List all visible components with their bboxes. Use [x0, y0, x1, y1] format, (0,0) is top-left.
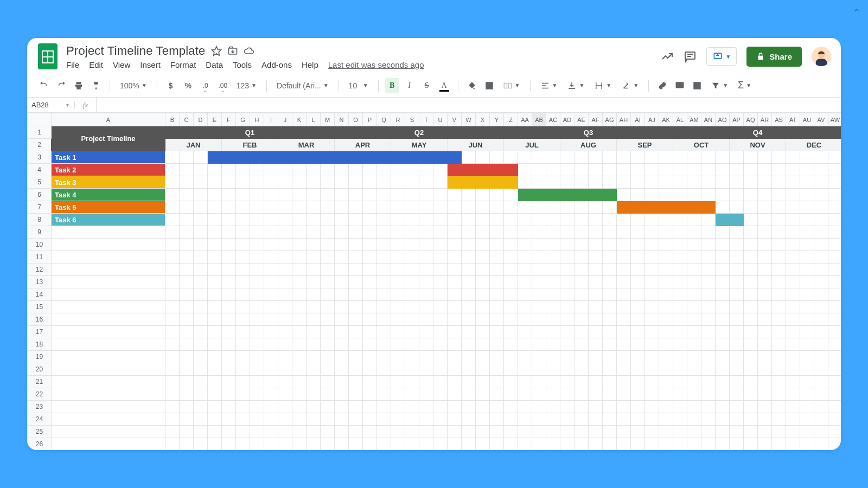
cell[interactable]	[194, 376, 208, 388]
insert-link-button[interactable]	[655, 78, 669, 93]
cell[interactable]	[504, 363, 518, 376]
cell[interactable]	[659, 214, 673, 226]
cell[interactable]	[659, 151, 673, 164]
cell[interactable]	[180, 214, 194, 226]
gantt-bar-cell[interactable]	[349, 151, 363, 164]
font-size-select[interactable]: 10▼	[346, 81, 372, 90]
cell[interactable]	[208, 276, 222, 288]
col-header[interactable]: L	[307, 113, 321, 126]
cell[interactable]	[701, 401, 716, 413]
cell[interactable]	[828, 251, 841, 264]
cell[interactable]	[659, 226, 673, 239]
cell[interactable]	[405, 226, 419, 239]
cell[interactable]	[278, 189, 292, 201]
cell[interactable]	[391, 189, 405, 201]
cell[interactable]	[208, 438, 222, 451]
cell[interactable]	[673, 288, 687, 301]
cell[interactable]	[377, 264, 391, 276]
cell[interactable]	[292, 338, 307, 351]
cell[interactable]	[208, 251, 222, 264]
cell[interactable]	[419, 251, 433, 264]
col-header[interactable]: AF	[589, 113, 603, 126]
gantt-bar-cell[interactable]	[433, 151, 448, 164]
col-header[interactable]: S	[405, 113, 419, 126]
cell[interactable]	[307, 401, 321, 413]
cell[interactable]	[786, 276, 800, 288]
cell[interactable]	[377, 176, 391, 189]
cell[interactable]	[828, 426, 841, 438]
cell[interactable]	[222, 363, 236, 376]
cell[interactable]	[222, 288, 236, 301]
cell[interactable]	[363, 251, 377, 264]
cell[interactable]	[603, 413, 617, 426]
cell[interactable]	[222, 239, 236, 251]
cell[interactable]	[335, 426, 349, 438]
cell[interactable]	[546, 363, 560, 376]
cell[interactable]	[758, 288, 772, 301]
cell[interactable]	[518, 301, 532, 313]
cell[interactable]	[462, 426, 476, 438]
cell[interactable]	[659, 401, 673, 413]
cell[interactable]	[701, 164, 716, 176]
cell[interactable]	[546, 214, 560, 226]
cell[interactable]	[518, 326, 532, 338]
cell[interactable]	[504, 201, 518, 214]
cell[interactable]	[786, 176, 800, 189]
cell[interactable]	[335, 376, 349, 388]
cell[interactable]	[278, 214, 292, 226]
present-button[interactable]: ▼	[706, 47, 737, 66]
cell[interactable]	[264, 313, 278, 326]
cell[interactable]	[321, 313, 335, 326]
format-currency-button[interactable]: $	[164, 78, 178, 93]
cell[interactable]	[363, 363, 377, 376]
cell[interactable]	[476, 326, 490, 338]
task-label[interactable]: Task 3	[52, 176, 165, 189]
gantt-bar-cell[interactable]	[335, 151, 349, 164]
cell[interactable]	[377, 413, 391, 426]
cell[interactable]	[321, 338, 335, 351]
row-header[interactable]: 8	[28, 214, 52, 226]
cell[interactable]	[278, 251, 292, 264]
cell[interactable]	[546, 276, 560, 288]
cell[interactable]	[744, 363, 758, 376]
cell[interactable]	[264, 363, 278, 376]
gantt-bar-cell[interactable]	[462, 164, 476, 176]
col-header[interactable]: C	[180, 113, 194, 126]
cell[interactable]	[278, 201, 292, 214]
cell[interactable]	[222, 176, 236, 189]
cell[interactable]	[236, 251, 250, 264]
cell[interactable]	[546, 151, 560, 164]
cell[interactable]	[772, 438, 786, 451]
cell[interactable]	[603, 239, 617, 251]
cell[interactable]	[560, 251, 575, 264]
cell[interactable]	[490, 413, 504, 426]
cell[interactable]	[603, 164, 617, 176]
cell[interactable]	[321, 326, 335, 338]
cell[interactable]	[772, 226, 786, 239]
cell[interactable]	[52, 301, 165, 313]
cell[interactable]	[222, 388, 236, 401]
cell[interactable]	[744, 151, 758, 164]
cell[interactable]	[575, 164, 589, 176]
cell[interactable]	[349, 288, 363, 301]
cell[interactable]	[194, 401, 208, 413]
cell[interactable]	[673, 438, 687, 451]
cell[interactable]	[716, 426, 730, 438]
cell[interactable]	[180, 326, 194, 338]
cell[interactable]	[363, 226, 377, 239]
cell[interactable]	[222, 438, 236, 451]
cell[interactable]	[631, 264, 645, 276]
cell[interactable]	[814, 351, 828, 363]
cell[interactable]	[589, 176, 603, 189]
cell[interactable]	[208, 401, 222, 413]
cell[interactable]	[222, 376, 236, 388]
cell[interactable]	[278, 226, 292, 239]
cell[interactable]	[405, 426, 419, 438]
cell[interactable]	[504, 376, 518, 388]
gantt-bar-cell[interactable]	[589, 189, 603, 201]
cell[interactable]	[575, 388, 589, 401]
cell[interactable]	[730, 264, 744, 276]
cell[interactable]	[631, 276, 645, 288]
cell[interactable]	[250, 301, 264, 313]
cell[interactable]	[673, 426, 687, 438]
